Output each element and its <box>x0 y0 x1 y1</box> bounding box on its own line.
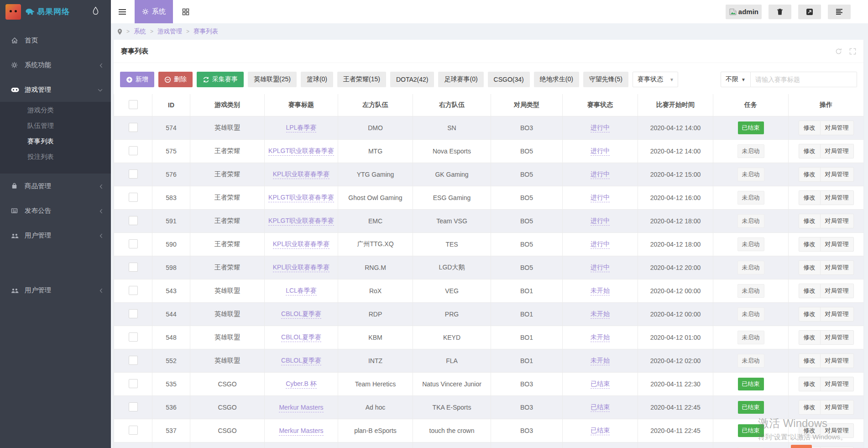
event-title-link[interactable]: KPL职业联赛春季赛 <box>273 240 329 249</box>
row-checkbox[interactable] <box>129 146 138 155</box>
filter-chip-csgo[interactable]: CSGO(34) <box>488 72 530 87</box>
match-manage-button[interactable]: 对局管理 <box>820 260 854 275</box>
event-status-link[interactable]: 未开始 <box>591 310 610 319</box>
collect-events-button[interactable]: 采集赛事 <box>197 72 244 87</box>
user-menu-button[interactable]: admin <box>726 5 762 19</box>
event-status-link[interactable]: 未开始 <box>591 357 610 365</box>
event-title-link[interactable]: CBLOL夏季赛 <box>281 310 321 319</box>
sidebar-item-publish-notice[interactable]: 发布公告 <box>0 198 111 223</box>
row-checkbox[interactable] <box>129 193 138 202</box>
row-checkbox[interactable] <box>129 402 138 411</box>
event-status-link[interactable]: 已结束 <box>591 427 610 435</box>
event-title-link[interactable]: CBLOL夏季赛 <box>281 333 321 342</box>
refresh-icon[interactable] <box>835 48 842 55</box>
event-title-link[interactable]: Cyber.B 杯 <box>286 380 317 389</box>
event-status-link[interactable]: 进行中 <box>591 240 610 249</box>
external-link-button[interactable] <box>798 5 821 19</box>
tab-system[interactable]: 系统 <box>135 0 173 23</box>
sidebar-item-system-functions[interactable]: 系统功能 <box>0 53 111 77</box>
row-checkbox[interactable] <box>129 286 138 295</box>
edit-button[interactable]: 修改 <box>799 214 821 228</box>
sidebar-item-home[interactable]: 首页 <box>0 28 111 53</box>
sidebar-item-user-management-secondary[interactable]: 用户管理 <box>0 278 111 302</box>
match-manage-button[interactable]: 对局管理 <box>820 237 854 252</box>
match-manage-button[interactable]: 对局管理 <box>820 190 854 205</box>
trash-button[interactable] <box>769 5 791 19</box>
edit-button[interactable]: 修改 <box>799 237 821 252</box>
event-status-link[interactable]: 未开始 <box>591 287 610 295</box>
edit-button[interactable]: 修改 <box>799 260 821 275</box>
breadcrumb-event-list[interactable]: 赛事列表 <box>193 27 218 36</box>
match-manage-button[interactable]: 对局管理 <box>820 423 854 438</box>
sidebar-item-game-management[interactable]: 游戏管理 <box>0 77 111 102</box>
add-button[interactable]: 新增 <box>120 72 154 87</box>
filter-chip-lol[interactable]: 英雄联盟(25) <box>248 72 297 87</box>
filter-chip-kog[interactable]: 王者荣耀(15) <box>337 72 386 87</box>
event-title-link[interactable]: Merkur Masters <box>279 427 323 436</box>
delete-button[interactable]: 删除 <box>158 72 193 87</box>
filter-chip-overwatch[interactable]: 守望先锋(5) <box>583 72 628 87</box>
breadcrumb-game-management[interactable]: 游戏管理 <box>157 27 182 36</box>
edit-button[interactable]: 修改 <box>799 121 821 135</box>
row-checkbox[interactable] <box>129 216 138 225</box>
search-input[interactable] <box>751 72 857 87</box>
match-manage-button[interactable]: 对局管理 <box>820 167 854 182</box>
event-status-link[interactable]: 进行中 <box>591 194 610 202</box>
filter-chip-pubg[interactable]: 绝地求生(0) <box>534 72 579 87</box>
filter-chip-football[interactable]: 足球赛事(0) <box>438 72 483 87</box>
event-status-link[interactable]: 已结束 <box>591 403 610 412</box>
event-title-link[interactable]: KPLGT职业联赛春季赛 <box>268 147 334 156</box>
row-checkbox[interactable] <box>129 332 138 342</box>
edit-button[interactable]: 修改 <box>799 167 821 182</box>
row-checkbox[interactable] <box>129 239 138 248</box>
row-checkbox[interactable] <box>129 309 138 318</box>
event-status-link[interactable]: 进行中 <box>591 147 610 156</box>
breadcrumb-system[interactable]: 系统 <box>134 27 146 36</box>
row-checkbox[interactable] <box>129 426 138 435</box>
event-title-link[interactable]: KPL职业联赛春季赛 <box>273 170 329 179</box>
row-checkbox[interactable] <box>129 123 138 132</box>
sidebar-item-event-list[interactable]: 赛事列表 <box>0 133 111 149</box>
sidebar-item-user-management[interactable]: 用户管理 <box>0 223 111 248</box>
edit-button[interactable]: 修改 <box>799 307 821 322</box>
row-checkbox[interactable] <box>129 379 138 388</box>
sidebar-item-team-management[interactable]: 队伍管理 <box>0 118 111 133</box>
match-manage-button[interactable]: 对局管理 <box>820 307 854 322</box>
edit-button[interactable]: 修改 <box>799 190 821 205</box>
row-checkbox[interactable] <box>129 169 138 179</box>
edit-button[interactable]: 修改 <box>799 353 821 368</box>
event-title-link[interactable]: Merkur Masters <box>279 404 323 412</box>
event-status-link[interactable]: 已结束 <box>591 380 610 389</box>
match-manage-button[interactable]: 对局管理 <box>820 121 854 135</box>
event-status-link[interactable]: 未开始 <box>591 333 610 342</box>
apps-grid-icon[interactable] <box>182 8 189 16</box>
row-checkbox[interactable] <box>129 356 138 365</box>
match-manage-button[interactable]: 对局管理 <box>820 214 854 228</box>
sidebar-item-goods-management[interactable]: 商品管理 <box>0 174 111 198</box>
event-title-link[interactable]: LPL春季赛 <box>286 124 317 132</box>
event-title-link[interactable]: LCL春季赛 <box>286 287 317 295</box>
edit-button[interactable]: 修改 <box>799 330 821 345</box>
event-status-link[interactable]: 进行中 <box>591 217 610 226</box>
edit-button[interactable]: 修改 <box>799 400 821 415</box>
match-manage-button[interactable]: 对局管理 <box>820 400 854 415</box>
match-manage-button[interactable]: 对局管理 <box>820 330 854 345</box>
select-all-checkbox[interactable] <box>129 100 138 109</box>
row-checkbox[interactable] <box>129 263 138 272</box>
fullscreen-icon[interactable] <box>849 48 856 55</box>
hamburger-menu-icon[interactable] <box>118 9 126 15</box>
edit-button[interactable]: 修改 <box>799 377 821 391</box>
sidebar-item-game-categories[interactable]: 游戏分类 <box>0 102 111 118</box>
event-title-link[interactable]: KPLGT职业联赛春季赛 <box>268 194 334 202</box>
sidebar-item-bet-list[interactable]: 投注列表 <box>0 149 111 164</box>
event-status-link[interactable]: 进行中 <box>591 264 610 272</box>
event-title-link[interactable]: CBLOL夏季赛 <box>281 357 321 365</box>
edit-button[interactable]: 修改 <box>799 144 821 158</box>
event-status-link[interactable]: 进行中 <box>591 170 610 179</box>
match-manage-button[interactable]: 对局管理 <box>820 377 854 391</box>
filter-chip-dota2[interactable]: DOTA2(42) <box>390 72 434 87</box>
edit-button[interactable]: 修改 <box>799 284 821 298</box>
match-manage-button[interactable]: 对局管理 <box>820 353 854 368</box>
match-manage-button[interactable]: 对局管理 <box>820 144 854 158</box>
event-title-link[interactable]: KPLGT职业联赛春季赛 <box>268 217 334 226</box>
